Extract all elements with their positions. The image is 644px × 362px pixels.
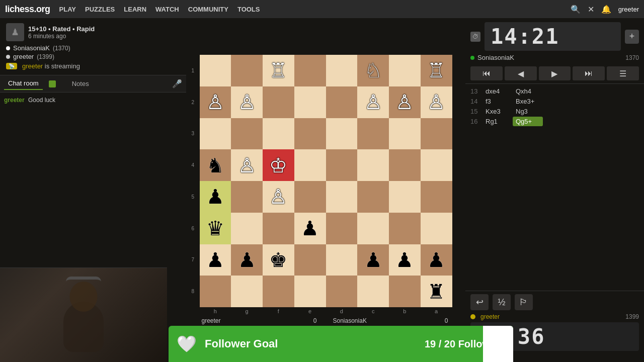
top-player-name[interactable]: SoniasoniaK [477, 54, 514, 61]
square[interactable]: ♟ [200, 181, 231, 213]
square[interactable] [421, 118, 452, 150]
square[interactable] [200, 276, 231, 307]
top-player-link[interactable]: SoniasoniaK [470, 54, 514, 61]
square[interactable] [294, 55, 326, 86]
square[interactable] [231, 118, 263, 150]
square[interactable] [326, 149, 358, 181]
square[interactable]: ♟ [421, 244, 452, 276]
square[interactable] [263, 213, 294, 244]
square[interactable]: ♟ [357, 244, 389, 276]
microphone-icon[interactable]: 🎤 [172, 79, 182, 88]
move-white[interactable]: Kxe3 [482, 107, 513, 116]
square[interactable]: ♚ [263, 244, 294, 276]
square[interactable]: ♔ [263, 149, 294, 181]
square[interactable] [294, 118, 326, 150]
square[interactable] [326, 55, 358, 86]
square[interactable] [389, 55, 421, 86]
square[interactable]: ♟ [389, 244, 421, 276]
add-time-button-top[interactable]: + [625, 30, 639, 44]
chessboard[interactable]: ♖♘♖♙♙♙♙♙♞♙♔♟♙♛♟♟♟♚♟♟♟♜ [200, 55, 452, 307]
square[interactable] [389, 118, 421, 150]
square[interactable] [231, 55, 263, 86]
nav-play[interactable]: PLAY [59, 6, 76, 13]
first-move-button[interactable]: ⏮ [470, 66, 503, 80]
undo-button[interactable]: ↩ [470, 294, 489, 310]
square[interactable]: ♙ [231, 86, 263, 118]
square[interactable] [200, 118, 231, 150]
move-white[interactable]: dxe4 [482, 86, 513, 96]
square[interactable]: ♛ [200, 213, 231, 244]
square[interactable] [294, 181, 326, 213]
square[interactable] [326, 86, 358, 118]
square[interactable]: ♙ [357, 86, 389, 118]
square[interactable] [421, 181, 452, 213]
prev-move-button[interactable]: ◀ [505, 66, 537, 80]
menu-moves-button[interactable]: ☰ [607, 66, 639, 80]
nav-puzzles[interactable]: PUZZLES [85, 6, 115, 13]
square[interactable]: ♜ [421, 276, 452, 307]
tab-notes[interactable]: Notes [68, 78, 93, 89]
square[interactable] [389, 213, 421, 244]
square[interactable]: ♙ [200, 86, 231, 118]
move-black[interactable]: Qxh4 [513, 86, 543, 96]
move-white[interactable]: f3 [482, 97, 513, 106]
square[interactable] [326, 181, 358, 213]
player-name-1[interactable]: SoniasoniaK [13, 44, 50, 52]
square[interactable]: ♞ [200, 149, 231, 181]
square[interactable] [231, 213, 263, 244]
move-black[interactable]: Qg5+ [513, 117, 543, 126]
square[interactable]: ♟ [200, 244, 231, 276]
square[interactable] [263, 276, 294, 307]
square[interactable] [357, 118, 389, 150]
square[interactable]: ♖ [263, 55, 294, 86]
next-move-button[interactable]: ▶ [539, 66, 571, 80]
square[interactable] [389, 181, 421, 213]
square[interactable]: ♙ [263, 181, 294, 213]
square[interactable] [231, 276, 263, 307]
nav-community[interactable]: COMMUNITY [188, 6, 228, 13]
resign-button[interactable]: 🏳 [515, 294, 533, 310]
close-icon[interactable]: ✕ [588, 5, 594, 14]
square[interactable] [357, 213, 389, 244]
move-black[interactable]: Ng3 [513, 107, 543, 116]
square[interactable] [357, 149, 389, 181]
square[interactable] [294, 149, 326, 181]
square[interactable] [200, 55, 231, 86]
square[interactable]: ♘ [357, 55, 389, 86]
user-menu[interactable]: greeter [618, 6, 639, 13]
square[interactable] [326, 213, 358, 244]
tab-chat-room[interactable]: Chat room [4, 77, 43, 90]
square[interactable] [294, 276, 326, 307]
square[interactable] [263, 86, 294, 118]
square[interactable]: ♟ [294, 213, 326, 244]
nav-tools[interactable]: TOOLS [237, 6, 260, 13]
move-black[interactable]: Bxe3+ [513, 97, 543, 106]
search-icon[interactable]: 🔍 [571, 5, 581, 14]
site-logo[interactable]: lichess.org [5, 4, 50, 15]
chat-sender-1[interactable]: greeter [4, 97, 25, 104]
square[interactable] [231, 181, 263, 213]
draw-button[interactable]: ½ [493, 294, 511, 310]
square[interactable]: ♙ [421, 86, 452, 118]
player-name-2[interactable]: greeter [13, 53, 34, 60]
square[interactable]: ♖ [421, 55, 452, 86]
square[interactable] [389, 149, 421, 181]
square[interactable] [326, 118, 358, 150]
square[interactable] [294, 86, 326, 118]
square[interactable] [357, 276, 389, 307]
square[interactable] [421, 213, 452, 244]
square[interactable]: ♙ [231, 149, 263, 181]
nav-learn[interactable]: LEARN [124, 6, 146, 13]
square[interactable] [263, 118, 294, 150]
square[interactable]: ♙ [389, 86, 421, 118]
nav-watch[interactable]: WATCH [155, 6, 179, 13]
move-white[interactable]: Rg1 [482, 117, 513, 126]
notification-icon[interactable]: 🔔 [601, 5, 611, 14]
square[interactable] [294, 244, 326, 276]
square[interactable] [326, 276, 358, 307]
square[interactable]: ♟ [231, 244, 263, 276]
square[interactable] [389, 276, 421, 307]
square[interactable] [421, 149, 452, 181]
last-move-button[interactable]: ⏭ [573, 66, 605, 80]
square[interactable] [326, 244, 358, 276]
